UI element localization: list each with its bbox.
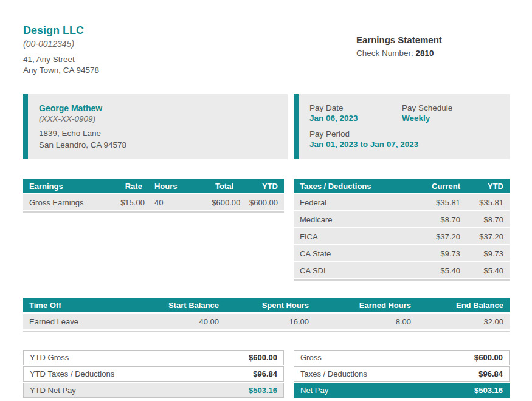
table-cell: Earned Leave [23, 314, 120, 329]
table-cell: $96.84 [434, 366, 510, 382]
table-cell: CA SDI [294, 262, 391, 278]
table-row: Federal$35.81$35.81 [294, 194, 510, 210]
table-row: FICA$37.20$37.20 [294, 228, 510, 244]
pay-date-value: Jan 06, 2023 [309, 114, 402, 123]
pay-schedule-label: Pay Schedule [402, 103, 452, 112]
earnings-table: EarningsRateHoursTotalYTDGross Earnings$… [23, 177, 284, 213]
table-row: YTD Gross$600.00 [23, 350, 284, 365]
check-number: Check Number: 2810 [356, 49, 510, 58]
company-block: Design LLC (00-0012345) 41, Any Street A… [23, 24, 356, 76]
employee-box: George Mathew (XXX-XX-0909) 1839, Echo L… [23, 94, 288, 159]
table-cell: 40.00 [120, 314, 225, 329]
column-header: Taxes / Deductions [294, 179, 391, 193]
table-cell: $9.73 [391, 245, 466, 261]
table-row: Taxes / Deductions$96.84 [294, 366, 510, 382]
pay-date-label: Pay Date [309, 103, 402, 112]
table-row: Medicare$8.70$8.70 [294, 211, 510, 227]
table-cell: $35.81 [391, 194, 466, 210]
company-address-line1: 41, Any Street [23, 54, 356, 65]
summary-row: YTD Gross$600.00YTD Taxes / Deductions$9… [23, 349, 510, 399]
column-header: Total [206, 179, 240, 193]
table-cell: 8.00 [315, 314, 417, 329]
table-cell: Gross Earnings [23, 194, 114, 210]
column-header: Rate [114, 179, 148, 193]
table-cell: $8.70 [391, 211, 466, 227]
table-row: Gross Earnings$15.0040$600.00$600.00 [23, 194, 284, 210]
table-cell: $503.16 [434, 383, 510, 398]
table-cell: $600.00 [434, 350, 510, 365]
statement-title: Earnings Statement [356, 35, 510, 45]
timeoff-row: Time OffStart BalanceSpent HoursEarned H… [23, 296, 510, 332]
table-header-row: Time OffStart BalanceSpent HoursEarned H… [23, 298, 510, 312]
employee-name: George Mathew [39, 103, 277, 113]
column-header: Spent Hours [225, 298, 315, 312]
info-boxes-row: George Mathew (XXX-XX-0909) 1839, Echo L… [23, 94, 510, 159]
header: Design LLC (00-0012345) 41, Any Street A… [23, 24, 510, 76]
table-cell: YTD Gross [23, 350, 206, 365]
pay-info-box: Pay Date Jan 06, 2023 Pay Schedule Weekl… [294, 94, 510, 159]
earnings-taxes-row: EarningsRateHoursTotalYTDGross Earnings$… [23, 177, 510, 281]
table-cell: $600.00 [206, 350, 284, 365]
column-header: Time Off [23, 298, 120, 312]
table-cell: $35.81 [466, 194, 510, 210]
table-cell: $96.84 [206, 366, 284, 382]
company-ein: (00-0012345) [23, 39, 356, 49]
table-row: Gross$600.00 [294, 350, 510, 365]
table-cell: $600.00 [240, 194, 284, 210]
employee-address: 1839, Echo Lane San Leandro, CA 94578 [39, 128, 277, 150]
table-row: YTD Net Pay$503.16 [23, 383, 284, 398]
table-header-row: Taxes / DeductionsCurrentYTD [294, 179, 510, 193]
column-header: Earnings [23, 179, 114, 193]
table-cell: FICA [294, 228, 391, 244]
table-cell: Taxes / Deductions [294, 366, 434, 382]
column-header: YTD [240, 179, 284, 193]
table-cell: $15.00 [114, 194, 148, 210]
table-cell: Federal [294, 194, 391, 210]
pay-period-group: Pay Period Jan 01, 2023 to Jan 07, 2023 [309, 129, 499, 149]
pay-schedule-value: Weekly [402, 114, 452, 123]
pay-period-value: Jan 01, 2023 to Jan 07, 2023 [309, 140, 499, 149]
table-cell: $8.70 [466, 211, 510, 227]
table-cell: $9.73 [466, 245, 510, 261]
table-cell: $5.40 [466, 262, 510, 278]
table-row: CA SDI$5.40$5.40 [294, 262, 510, 278]
employee-address-line2: San Leandro, CA 94578 [39, 140, 277, 151]
table-cell: $5.40 [391, 262, 466, 278]
pay-schedule-group: Pay Schedule Weekly [402, 103, 452, 123]
check-number-label: Check Number: [356, 49, 413, 58]
company-address: 41, Any Street Any Town, CA 94578 [23, 54, 356, 76]
timeoff-table: Time OffStart BalanceSpent HoursEarned H… [23, 296, 510, 332]
table-row: Earned Leave40.0016.008.0032.00 [23, 314, 510, 329]
ytd-summary-table: YTD Gross$600.00YTD Taxes / Deductions$9… [23, 349, 284, 399]
table-cell: 16.00 [225, 314, 315, 329]
earnings-statement-page: Design LLC (00-0012345) 41, Any Street A… [0, 0, 532, 399]
statement-block: Earnings Statement Check Number: 2810 [356, 24, 510, 76]
table-cell: $37.20 [391, 228, 466, 244]
column-header: YTD [466, 179, 510, 193]
check-number-value: 2810 [416, 49, 434, 58]
table-cell: $503.16 [206, 383, 284, 398]
table-cell: Net Pay [294, 383, 434, 398]
table-cell: YTD Net Pay [23, 383, 206, 398]
pay-date-group: Pay Date Jan 06, 2023 [309, 103, 402, 123]
table-cell: $37.20 [466, 228, 510, 244]
pay-info-top-row: Pay Date Jan 06, 2023 Pay Schedule Weekl… [309, 103, 499, 123]
taxes-deductions-table: Taxes / DeductionsCurrentYTDFederal$35.8… [294, 177, 510, 281]
pay-period-label: Pay Period [309, 129, 499, 139]
table-cell: Medicare [294, 211, 391, 227]
table-header-row: EarningsRateHoursTotalYTD [23, 179, 284, 193]
table-row: CA State$9.73$9.73 [294, 245, 510, 261]
current-summary-table: Gross$600.00Taxes / Deductions$96.84Net … [294, 349, 510, 399]
employee-ssn: (XXX-XX-0909) [39, 114, 277, 123]
column-header: Start Balance [120, 298, 225, 312]
employee-address-line1: 1839, Echo Lane [39, 128, 277, 139]
company-name: Design LLC [23, 24, 356, 37]
table-row: YTD Taxes / Deductions$96.84 [23, 366, 284, 382]
table-cell: $600.00 [206, 194, 240, 210]
column-header: Hours [148, 179, 206, 193]
table-cell: 40 [148, 194, 206, 210]
table-row: Net Pay$503.16 [294, 383, 510, 398]
column-header: Earned Hours [315, 298, 417, 312]
table-cell: 32.00 [417, 314, 510, 329]
column-header: End Balance [417, 298, 510, 312]
